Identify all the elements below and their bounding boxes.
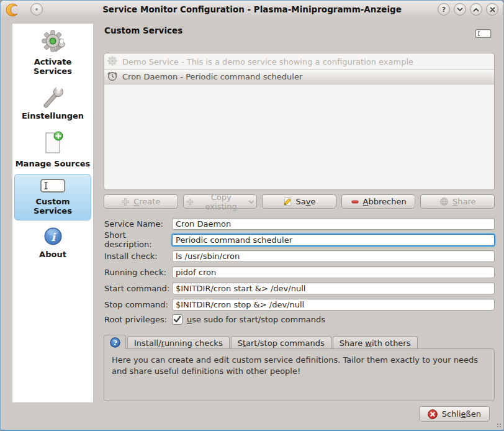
tab-share-with-others[interactable]: Share with others (333, 336, 418, 349)
short-description-input[interactable] (172, 234, 495, 246)
install-check-input[interactable] (172, 250, 495, 262)
cancel-button[interactable]: Abbrechen (341, 194, 416, 209)
document-add-icon (42, 130, 64, 158)
start-command-label: Start command: (104, 284, 172, 293)
sudo-checkbox-label[interactable]: use sudo for start/stop commands (187, 315, 325, 324)
page-title: Custom Services (104, 25, 182, 35)
minus-icon (351, 197, 359, 206)
titlebar: Service Monitor Configuration - Plasma-M… (1, 1, 503, 19)
root-privileges-row: Root privileges: use sudo for start/stop… (104, 313, 325, 325)
text-field-icon (475, 28, 492, 41)
chevron-down-icon (248, 199, 254, 204)
sidebar-item-label: Activate Services (14, 57, 91, 76)
chevron-down-icon (457, 7, 463, 12)
running-check-label: Running check: (104, 268, 172, 277)
menu-dot-icon (35, 8, 38, 11)
dialog-window: Service Monitor Configuration - Plasma-M… (0, 0, 504, 431)
svg-text:?: ? (113, 338, 117, 347)
form-row: Stop command: (104, 298, 495, 311)
form-row: Install check: (104, 250, 495, 262)
sidebar-item-label: About (39, 250, 66, 260)
chevron-up-icon (473, 7, 479, 12)
save-button[interactable]: Save (262, 194, 336, 209)
running-check-input[interactable] (172, 266, 495, 278)
install-check-label: Install check: (104, 252, 172, 261)
wrench-icon (40, 86, 66, 111)
text-field-icon (40, 178, 66, 196)
clock-icon (107, 70, 118, 83)
form-row: Running check: (104, 266, 495, 278)
tab-start-stop-commands[interactable]: Start/stop commands (231, 336, 331, 349)
service-list: Demo Service - This is a demo service sh… (104, 53, 495, 190)
form-row: Short description: (104, 234, 495, 246)
root-privileges-label: Root privileges: (104, 315, 172, 324)
window-menu-button[interactable] (30, 3, 43, 16)
form-row: Service Name: (104, 217, 495, 230)
app-icon (6, 3, 19, 19)
window-close-button[interactable] (486, 3, 498, 16)
help-icon: ? (442, 6, 446, 14)
service-name-input[interactable] (172, 218, 495, 230)
sidebar-item-activate-services[interactable]: Activate Services (12, 24, 93, 81)
stop-command-label: Stop command: (104, 300, 172, 309)
info-icon: i (43, 227, 63, 248)
pencil-icon (283, 197, 292, 206)
plus-icon (186, 197, 194, 206)
copy-existing-button[interactable]: Copy existing (183, 194, 258, 209)
sudo-checkbox[interactable] (172, 314, 182, 325)
form-row: Start command: (104, 282, 495, 294)
sidebar-item-label: Manage Sources (16, 159, 91, 169)
help-text: Here you can create and edit custom serv… (112, 355, 484, 376)
tab-help[interactable]: ? (104, 335, 126, 349)
action-toolbar: Create Copy existing Save (104, 194, 495, 209)
list-item-cron-daemon[interactable]: Cron Daemon - Periodic command scheduler (104, 69, 494, 84)
window-shade-button[interactable] (454, 3, 466, 16)
globe-icon (439, 197, 449, 206)
list-item-text: Cron Daemon - Periodic command scheduler (122, 72, 302, 81)
plus-icon (121, 197, 130, 206)
window-title: Service Monitor Configuration - Plasma-M… (75, 1, 429, 19)
sidebar-item-label: Einstellungen (22, 111, 84, 121)
list-item-text: Demo Service - This is a demo service sh… (122, 57, 413, 66)
sidebar-item-about[interactable]: i About (12, 222, 93, 263)
tab-install-running-checks[interactable]: Install/running checks (127, 336, 230, 349)
list-item-demo-service[interactable]: Demo Service - This is a demo service sh… (104, 55, 494, 69)
sidebar: Activate Services Einstellungen (12, 23, 94, 403)
short-description-label: Short description: (104, 230, 172, 249)
sidebar-item-custom-services[interactable]: Custom Services (14, 174, 91, 220)
create-button[interactable]: Create (104, 194, 178, 209)
start-command-input[interactable] (172, 283, 495, 294)
resize-grip[interactable] (497, 423, 502, 428)
sidebar-item-label: Custom Services (16, 197, 89, 216)
share-button[interactable]: Share (420, 194, 495, 209)
gear-wrench-icon (40, 29, 65, 56)
gear-icon (107, 55, 118, 68)
help-icon: ? (110, 337, 120, 348)
tab-bar: ? Install/running checks Start/stop comm… (104, 335, 418, 349)
sidebar-item-einstellungen[interactable]: Einstellungen (12, 81, 93, 125)
tab-content-panel: Here you can create and edit custom serv… (104, 348, 495, 401)
window-help-button[interactable]: ? (438, 3, 450, 16)
checkmark-icon (173, 315, 181, 323)
close-icon (490, 7, 495, 12)
service-name-label: Service Name: (104, 219, 172, 229)
window-keep-above-button[interactable] (470, 3, 482, 16)
close-red-icon (428, 409, 438, 419)
sidebar-item-manage-sources[interactable]: Manage Sources (12, 125, 93, 173)
stop-command-input[interactable] (172, 299, 495, 311)
close-dialog-button[interactable]: Schließen (419, 406, 490, 422)
